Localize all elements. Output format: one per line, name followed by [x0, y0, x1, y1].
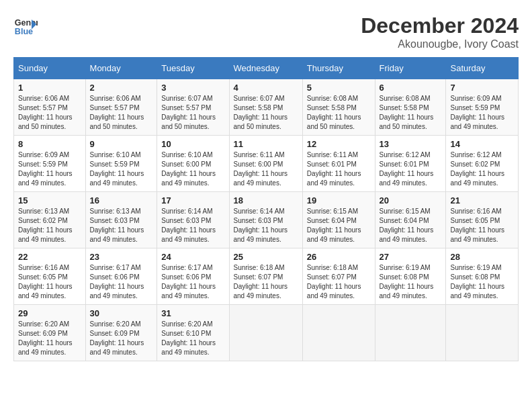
day-info: Sunrise: 6:09 AM Sunset: 5:59 PM Dayligh… — [18, 150, 81, 188]
weekday-header-thursday: Thursday — [302, 58, 375, 79]
title-block: December 2024 Akounougbe, Ivory Coast — [361, 13, 519, 50]
day-info: Sunrise: 6:13 AM Sunset: 6:02 PM Dayligh… — [18, 207, 81, 244]
day-number: 14 — [450, 139, 514, 149]
calendar-cell: 29 Sunrise: 6:20 AM Sunset: 6:09 PM Dayl… — [14, 305, 86, 361]
calendar-week-row: 22 Sunrise: 6:16 AM Sunset: 6:05 PM Dayl… — [14, 248, 519, 305]
day-number: 18 — [234, 195, 298, 205]
day-number: 6 — [380, 83, 442, 93]
calendar-week-row: 1 Sunrise: 6:06 AM Sunset: 5:57 PM Dayli… — [14, 79, 519, 136]
day-info: Sunrise: 6:12 AM Sunset: 6:01 PM Dayligh… — [380, 150, 442, 188]
calendar-cell: 3 Sunrise: 6:07 AM Sunset: 5:57 PM Dayli… — [157, 79, 229, 136]
day-info: Sunrise: 6:08 AM Sunset: 5:58 PM Dayligh… — [307, 94, 371, 132]
day-info: Sunrise: 6:17 AM Sunset: 6:06 PM Dayligh… — [90, 263, 153, 301]
day-number: 24 — [161, 252, 224, 262]
day-number: 25 — [234, 252, 298, 262]
day-number: 3 — [161, 83, 224, 93]
day-info: Sunrise: 6:20 AM Sunset: 6:10 PM Dayligh… — [161, 320, 224, 357]
calendar-cell: 7 Sunrise: 6:09 AM Sunset: 5:59 PM Dayli… — [446, 79, 519, 136]
weekday-header-wednesday: Wednesday — [229, 58, 302, 79]
location-title: Akounougbe, Ivory Coast — [361, 38, 519, 50]
day-number: 12 — [307, 139, 371, 149]
day-number: 8 — [18, 139, 81, 149]
day-info: Sunrise: 6:13 AM Sunset: 6:03 PM Dayligh… — [90, 207, 153, 244]
weekday-header-saturday: Saturday — [446, 58, 519, 79]
calendar-cell: 14 Sunrise: 6:12 AM Sunset: 6:02 PM Dayl… — [446, 136, 519, 192]
calendar-cell: 10 Sunrise: 6:10 AM Sunset: 6:00 PM Dayl… — [157, 136, 229, 192]
calendar-cell: 6 Sunrise: 6:08 AM Sunset: 5:58 PM Dayli… — [375, 79, 446, 136]
calendar-cell: 9 Sunrise: 6:10 AM Sunset: 5:59 PM Dayli… — [85, 136, 157, 192]
day-number: 31 — [161, 308, 224, 318]
calendar-cell — [446, 305, 519, 361]
day-number: 2 — [90, 83, 153, 93]
day-info: Sunrise: 6:14 AM Sunset: 6:03 PM Dayligh… — [161, 207, 224, 244]
day-info: Sunrise: 6:10 AM Sunset: 5:59 PM Dayligh… — [90, 150, 153, 188]
day-number: 23 — [90, 252, 153, 262]
day-number: 29 — [18, 308, 81, 318]
calendar-cell: 18 Sunrise: 6:14 AM Sunset: 6:03 PM Dayl… — [229, 192, 302, 248]
calendar-cell: 11 Sunrise: 6:11 AM Sunset: 6:00 PM Dayl… — [229, 136, 302, 192]
day-info: Sunrise: 6:07 AM Sunset: 5:57 PM Dayligh… — [161, 94, 224, 132]
day-info: Sunrise: 6:19 AM Sunset: 6:08 PM Dayligh… — [380, 263, 442, 301]
calendar-week-row: 8 Sunrise: 6:09 AM Sunset: 5:59 PM Dayli… — [14, 136, 519, 192]
day-number: 10 — [161, 139, 224, 149]
day-number: 30 — [90, 308, 153, 318]
day-info: Sunrise: 6:14 AM Sunset: 6:03 PM Dayligh… — [234, 207, 298, 244]
calendar-cell: 13 Sunrise: 6:12 AM Sunset: 6:01 PM Dayl… — [375, 136, 446, 192]
day-info: Sunrise: 6:06 AM Sunset: 5:57 PM Dayligh… — [90, 94, 153, 132]
calendar-cell: 16 Sunrise: 6:13 AM Sunset: 6:03 PM Dayl… — [85, 192, 157, 248]
day-number: 20 — [380, 195, 442, 205]
day-info: Sunrise: 6:10 AM Sunset: 6:00 PM Dayligh… — [161, 150, 224, 188]
day-info: Sunrise: 6:18 AM Sunset: 6:07 PM Dayligh… — [307, 263, 371, 301]
day-info: Sunrise: 6:19 AM Sunset: 6:08 PM Dayligh… — [450, 263, 514, 301]
calendar-cell: 22 Sunrise: 6:16 AM Sunset: 6:05 PM Dayl… — [14, 248, 86, 305]
logo: General Blue — [13, 13, 38, 38]
day-info: Sunrise: 6:16 AM Sunset: 6:05 PM Dayligh… — [450, 207, 514, 244]
day-number: 4 — [234, 83, 298, 93]
day-number: 28 — [450, 252, 514, 262]
day-number: 19 — [307, 195, 371, 205]
calendar-cell: 28 Sunrise: 6:19 AM Sunset: 6:08 PM Dayl… — [446, 248, 519, 305]
day-info: Sunrise: 6:06 AM Sunset: 5:57 PM Dayligh… — [18, 94, 81, 132]
calendar-cell — [375, 305, 446, 361]
day-number: 22 — [18, 252, 81, 262]
day-number: 16 — [90, 195, 153, 205]
day-number: 26 — [307, 252, 371, 262]
logo-icon: General Blue — [13, 13, 38, 38]
day-info: Sunrise: 6:15 AM Sunset: 6:04 PM Dayligh… — [307, 207, 371, 244]
calendar-cell: 2 Sunrise: 6:06 AM Sunset: 5:57 PM Dayli… — [85, 79, 157, 136]
day-number: 5 — [307, 83, 371, 93]
day-info: Sunrise: 6:20 AM Sunset: 6:09 PM Dayligh… — [18, 320, 81, 357]
day-info: Sunrise: 6:08 AM Sunset: 5:58 PM Dayligh… — [380, 94, 442, 132]
day-number: 13 — [380, 139, 442, 149]
calendar-cell: 12 Sunrise: 6:11 AM Sunset: 6:01 PM Dayl… — [302, 136, 375, 192]
calendar-cell — [229, 305, 302, 361]
day-info: Sunrise: 6:18 AM Sunset: 6:07 PM Dayligh… — [234, 263, 298, 301]
calendar-cell: 26 Sunrise: 6:18 AM Sunset: 6:07 PM Dayl… — [302, 248, 375, 305]
calendar-cell: 15 Sunrise: 6:13 AM Sunset: 6:02 PM Dayl… — [14, 192, 86, 248]
calendar-table: SundayMondayTuesdayWednesdayThursdayFrid… — [13, 57, 519, 361]
calendar-cell: 19 Sunrise: 6:15 AM Sunset: 6:04 PM Dayl… — [302, 192, 375, 248]
day-number: 15 — [18, 195, 81, 205]
day-number: 27 — [380, 252, 442, 262]
day-number: 11 — [234, 139, 298, 149]
calendar-cell: 30 Sunrise: 6:20 AM Sunset: 6:09 PM Dayl… — [85, 305, 157, 361]
weekday-header-sunday: Sunday — [14, 58, 86, 79]
day-info: Sunrise: 6:07 AM Sunset: 5:58 PM Dayligh… — [234, 94, 298, 132]
calendar-week-row: 29 Sunrise: 6:20 AM Sunset: 6:09 PM Dayl… — [14, 305, 519, 361]
weekday-header-monday: Monday — [85, 58, 157, 79]
day-info: Sunrise: 6:09 AM Sunset: 5:59 PM Dayligh… — [450, 94, 514, 132]
calendar-cell: 17 Sunrise: 6:14 AM Sunset: 6:03 PM Dayl… — [157, 192, 229, 248]
svg-text:Blue: Blue — [15, 27, 33, 36]
day-info: Sunrise: 6:15 AM Sunset: 6:04 PM Dayligh… — [380, 207, 442, 244]
calendar-cell: 4 Sunrise: 6:07 AM Sunset: 5:58 PM Dayli… — [229, 79, 302, 136]
day-info: Sunrise: 6:12 AM Sunset: 6:02 PM Dayligh… — [450, 150, 514, 188]
day-info: Sunrise: 6:11 AM Sunset: 6:01 PM Dayligh… — [307, 150, 371, 188]
day-number: 9 — [90, 139, 153, 149]
day-info: Sunrise: 6:11 AM Sunset: 6:00 PM Dayligh… — [234, 150, 298, 188]
calendar-cell: 24 Sunrise: 6:17 AM Sunset: 6:06 PM Dayl… — [157, 248, 229, 305]
calendar-cell: 1 Sunrise: 6:06 AM Sunset: 5:57 PM Dayli… — [14, 79, 86, 136]
calendar-cell: 21 Sunrise: 6:16 AM Sunset: 6:05 PM Dayl… — [446, 192, 519, 248]
calendar-cell: 20 Sunrise: 6:15 AM Sunset: 6:04 PM Dayl… — [375, 192, 446, 248]
calendar-week-row: 15 Sunrise: 6:13 AM Sunset: 6:02 PM Dayl… — [14, 192, 519, 248]
day-number: 17 — [161, 195, 224, 205]
